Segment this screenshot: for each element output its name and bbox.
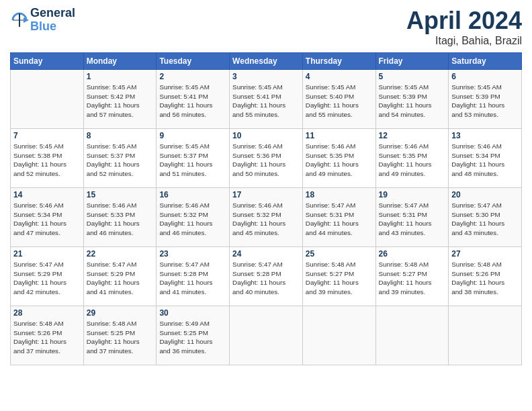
info-line-1: Sunset: 5:34 PM — [13, 211, 62, 218]
week-row-5: 28Sunrise: 5:48 AMSunset: 5:26 PMDayligh… — [11, 306, 522, 365]
day-info: Sunrise: 5:45 AMSunset: 5:41 PMDaylight:… — [159, 83, 226, 120]
info-line-2: Daylight: 11 hours — [451, 101, 504, 109]
info-line-2: Daylight: 11 hours — [13, 338, 66, 345]
cell-w1-d6: 6Sunrise: 5:45 AMSunset: 5:39 PMDaylight… — [449, 70, 522, 129]
week-row-3: 14Sunrise: 5:46 AMSunset: 5:34 PMDayligh… — [11, 188, 522, 247]
info-line-2: Daylight: 11 hours — [87, 279, 140, 286]
cell-w1-d0 — [11, 70, 84, 129]
info-line-2: Daylight: 11 hours — [159, 220, 212, 227]
info-line-1: Sunset: 5:27 PM — [379, 270, 427, 277]
info-line-0: Sunrise: 5:49 AM — [159, 320, 210, 327]
info-line-0: Sunrise: 5:45 AM — [13, 142, 64, 150]
cell-w4-d5: 26Sunrise: 5:48 AMSunset: 5:27 PMDayligh… — [375, 247, 449, 306]
info-line-1: Sunset: 5:31 PM — [306, 211, 354, 218]
info-line-1: Sunset: 5:38 PM — [13, 152, 62, 159]
info-line-0: Sunrise: 5:46 AM — [232, 142, 283, 150]
page-subtitle: Itagi, Bahia, Brazil — [406, 35, 522, 47]
cell-w3-d6: 20Sunrise: 5:47 AMSunset: 5:30 PMDayligh… — [449, 188, 522, 247]
col-sunday: Sunday — [11, 53, 84, 70]
info-line-3: and 50 minutes. — [232, 170, 279, 177]
day-number: 19 — [379, 190, 446, 199]
col-wednesday: Wednesday — [230, 53, 303, 70]
info-line-0: Sunrise: 5:48 AM — [87, 320, 137, 327]
info-line-1: Sunset: 5:35 PM — [306, 152, 354, 159]
info-line-0: Sunrise: 5:46 AM — [379, 142, 429, 150]
info-line-2: Daylight: 11 hours — [13, 220, 66, 227]
info-line-0: Sunrise: 5:46 AM — [13, 201, 64, 209]
day-number: 28 — [13, 308, 81, 318]
info-line-1: Sunset: 5:26 PM — [13, 329, 62, 336]
info-line-1: Sunset: 5:28 PM — [232, 270, 281, 277]
day-number: 1 — [87, 72, 154, 81]
info-line-0: Sunrise: 5:45 AM — [159, 83, 210, 91]
col-saturday: Saturday — [449, 53, 522, 70]
day-number: 5 — [379, 72, 446, 81]
cell-w5-d2: 30Sunrise: 5:49 AMSunset: 5:25 PMDayligh… — [157, 306, 230, 365]
day-info: Sunrise: 5:47 AMSunset: 5:31 PMDaylight:… — [379, 201, 446, 238]
info-line-2: Daylight: 11 hours — [87, 101, 140, 109]
cell-w3-d1: 15Sunrise: 5:46 AMSunset: 5:33 PMDayligh… — [83, 188, 157, 247]
info-line-0: Sunrise: 5:48 AM — [13, 320, 64, 327]
cell-w5-d3 — [230, 306, 303, 365]
info-line-1: Sunset: 5:27 PM — [306, 270, 354, 277]
info-line-3: and 46 minutes. — [159, 229, 206, 236]
day-info: Sunrise: 5:45 AMSunset: 5:42 PMDaylight:… — [87, 83, 154, 120]
day-info: Sunrise: 5:48 AMSunset: 5:26 PMDaylight:… — [451, 260, 519, 297]
cell-w4-d6: 27Sunrise: 5:48 AMSunset: 5:26 PMDayligh… — [449, 247, 522, 306]
info-line-1: Sunset: 5:32 PM — [232, 211, 281, 218]
info-line-1: Sunset: 5:39 PM — [379, 93, 427, 100]
info-line-3: and 41 minutes. — [159, 288, 206, 295]
day-info: Sunrise: 5:45 AMSunset: 5:41 PMDaylight:… — [232, 83, 300, 120]
info-line-0: Sunrise: 5:48 AM — [451, 261, 502, 268]
day-info: Sunrise: 5:45 AMSunset: 5:37 PMDaylight:… — [159, 142, 226, 179]
info-line-0: Sunrise: 5:47 AM — [87, 261, 137, 268]
info-line-2: Daylight: 11 hours — [159, 101, 212, 109]
calendar-table: Sunday Monday Tuesday Wednesday Thursday… — [10, 52, 522, 365]
info-line-0: Sunrise: 5:46 AM — [451, 142, 502, 150]
info-line-3: and 37 minutes. — [87, 347, 134, 355]
info-line-1: Sunset: 5:34 PM — [451, 152, 500, 159]
info-line-1: Sunset: 5:40 PM — [306, 93, 354, 100]
cell-w3-d2: 16Sunrise: 5:46 AMSunset: 5:32 PMDayligh… — [157, 188, 230, 247]
cell-w2-d1: 8Sunrise: 5:45 AMSunset: 5:37 PMDaylight… — [83, 129, 157, 188]
info-line-1: Sunset: 5:32 PM — [159, 211, 208, 218]
cell-w1-d3: 3Sunrise: 5:45 AMSunset: 5:41 PMDaylight… — [230, 70, 303, 129]
info-line-2: Daylight: 11 hours — [87, 338, 140, 345]
info-line-1: Sunset: 5:25 PM — [87, 329, 135, 336]
day-number: 20 — [451, 190, 519, 199]
day-number: 21 — [13, 249, 81, 259]
cell-w1-d1: 1Sunrise: 5:45 AMSunset: 5:42 PMDaylight… — [83, 70, 157, 129]
info-line-3: and 40 minutes. — [232, 288, 279, 295]
info-line-3: and 42 minutes. — [13, 288, 60, 295]
cell-w5-d5 — [375, 306, 449, 365]
info-line-1: Sunset: 5:29 PM — [13, 270, 62, 277]
info-line-2: Daylight: 11 hours — [232, 220, 285, 227]
info-line-3: and 55 minutes. — [232, 111, 279, 118]
info-line-3: and 45 minutes. — [232, 229, 279, 236]
logo-line2: Blue — [30, 20, 75, 34]
info-line-0: Sunrise: 5:47 AM — [306, 201, 356, 209]
day-info: Sunrise: 5:46 AMSunset: 5:35 PMDaylight:… — [379, 142, 446, 179]
day-info: Sunrise: 5:45 AMSunset: 5:39 PMDaylight:… — [451, 83, 519, 120]
day-info: Sunrise: 5:45 AMSunset: 5:37 PMDaylight:… — [87, 142, 154, 179]
cell-w4-d2: 23Sunrise: 5:47 AMSunset: 5:28 PMDayligh… — [157, 247, 230, 306]
week-row-4: 21Sunrise: 5:47 AMSunset: 5:29 PMDayligh… — [11, 247, 522, 306]
info-line-0: Sunrise: 5:46 AM — [232, 201, 283, 209]
info-line-0: Sunrise: 5:48 AM — [379, 261, 429, 268]
week-row-2: 7Sunrise: 5:45 AMSunset: 5:38 PMDaylight… — [11, 129, 522, 188]
info-line-3: and 49 minutes. — [379, 170, 426, 177]
info-line-3: and 37 minutes. — [13, 347, 60, 355]
info-line-3: and 53 minutes. — [451, 111, 498, 118]
info-line-2: Daylight: 11 hours — [451, 279, 504, 286]
cell-w3-d5: 19Sunrise: 5:47 AMSunset: 5:31 PMDayligh… — [375, 188, 449, 247]
day-info: Sunrise: 5:46 AMSunset: 5:34 PMDaylight:… — [451, 142, 519, 179]
day-info: Sunrise: 5:46 AMSunset: 5:32 PMDaylight:… — [232, 201, 300, 238]
day-number: 26 — [379, 249, 446, 259]
day-number: 14 — [13, 190, 81, 199]
info-line-3: and 52 minutes. — [87, 170, 134, 177]
day-info: Sunrise: 5:48 AMSunset: 5:27 PMDaylight:… — [379, 260, 446, 297]
day-info: Sunrise: 5:47 AMSunset: 5:28 PMDaylight:… — [232, 260, 300, 297]
info-line-0: Sunrise: 5:48 AM — [306, 261, 356, 268]
info-line-3: and 51 minutes. — [159, 170, 206, 177]
info-line-2: Daylight: 11 hours — [451, 220, 504, 227]
